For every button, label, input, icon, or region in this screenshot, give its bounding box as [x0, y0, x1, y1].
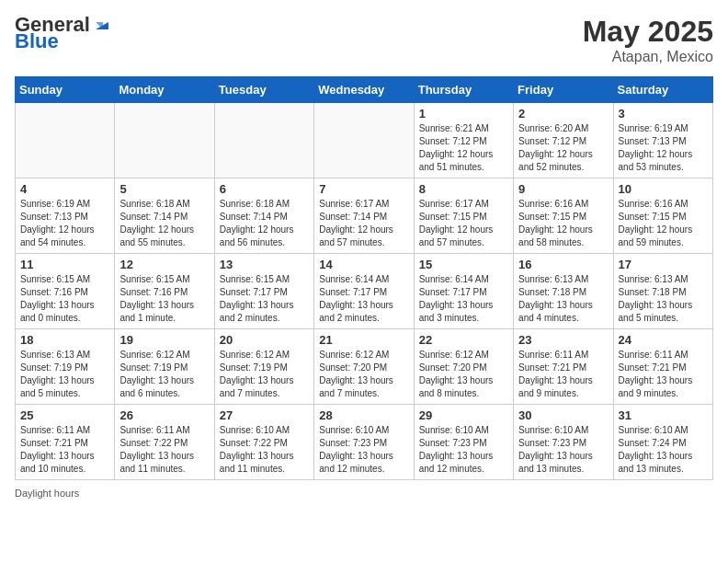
day-number: 26 — [119, 408, 209, 422]
calendar-cell: 28Sunrise: 6:10 AM Sunset: 7:23 PM Dayli… — [314, 405, 414, 480]
calendar-week-row: 1Sunrise: 6:21 AM Sunset: 7:12 PM Daylig… — [16, 103, 713, 178]
day-info: Sunrise: 6:18 AM Sunset: 7:14 PM Dayligh… — [220, 198, 309, 249]
calendar-day-header: Saturday — [613, 77, 712, 103]
calendar-cell: 5Sunrise: 6:18 AM Sunset: 7:14 PM Daylig… — [115, 178, 214, 254]
day-info: Sunrise: 6:11 AM Sunset: 7:21 PM Dayligh… — [20, 424, 109, 476]
day-number: 7 — [319, 182, 408, 196]
calendar-cell: 10Sunrise: 6:16 AM Sunset: 7:15 PM Dayli… — [613, 178, 712, 254]
calendar-cell: 23Sunrise: 6:11 AM Sunset: 7:21 PM Dayli… — [514, 329, 613, 405]
calendar-day-header: Tuesday — [214, 77, 313, 103]
calendar-cell: 27Sunrise: 6:10 AM Sunset: 7:22 PM Dayli… — [214, 405, 313, 480]
day-number: 4 — [20, 182, 109, 196]
logo: General Blue — [15, 15, 112, 52]
calendar-cell: 4Sunrise: 6:19 AM Sunset: 7:13 PM Daylig… — [16, 178, 115, 254]
day-info: Sunrise: 6:17 AM Sunset: 7:14 PM Dayligh… — [319, 198, 408, 249]
day-info: Sunrise: 6:11 AM Sunset: 7:21 PM Dayligh… — [619, 349, 708, 400]
location-subtitle: Atapan, Mexico — [583, 49, 713, 65]
calendar-cell: 1Sunrise: 6:21 AM Sunset: 7:12 PM Daylig… — [414, 103, 513, 178]
calendar-cell: 22Sunrise: 6:12 AM Sunset: 7:20 PM Dayli… — [414, 329, 513, 405]
calendar-cell: 13Sunrise: 6:15 AM Sunset: 7:17 PM Dayli… — [214, 254, 313, 329]
month-year-title: May 2025 — [583, 15, 713, 49]
day-number: 18 — [20, 333, 109, 347]
calendar-week-row: 25Sunrise: 6:11 AM Sunset: 7:21 PM Dayli… — [16, 405, 713, 480]
day-info: Sunrise: 6:14 AM Sunset: 7:17 PM Dayligh… — [419, 273, 508, 325]
day-info: Sunrise: 6:13 AM Sunset: 7:19 PM Dayligh… — [20, 349, 109, 400]
day-number: 29 — [419, 408, 508, 422]
day-info: Sunrise: 6:16 AM Sunset: 7:15 PM Dayligh… — [518, 198, 608, 249]
calendar-cell: 11Sunrise: 6:15 AM Sunset: 7:16 PM Dayli… — [16, 254, 115, 329]
day-number: 6 — [220, 182, 309, 196]
calendar-cell: 18Sunrise: 6:13 AM Sunset: 7:19 PM Dayli… — [16, 329, 115, 405]
calendar-cell: 29Sunrise: 6:10 AM Sunset: 7:23 PM Dayli… — [414, 405, 513, 480]
calendar-day-header: Friday — [514, 77, 613, 103]
calendar-cell: 30Sunrise: 6:10 AM Sunset: 7:23 PM Dayli… — [514, 405, 613, 480]
day-info: Sunrise: 6:13 AM Sunset: 7:18 PM Dayligh… — [518, 273, 608, 325]
calendar-week-row: 4Sunrise: 6:19 AM Sunset: 7:13 PM Daylig… — [16, 178, 713, 254]
day-number: 23 — [518, 333, 608, 347]
calendar-cell: 20Sunrise: 6:12 AM Sunset: 7:19 PM Dayli… — [214, 329, 313, 405]
calendar-footer: Daylight hours — [15, 488, 713, 499]
calendar-cell: 25Sunrise: 6:11 AM Sunset: 7:21 PM Dayli… — [16, 405, 115, 480]
day-info: Sunrise: 6:17 AM Sunset: 7:15 PM Dayligh… — [419, 198, 508, 249]
day-info: Sunrise: 6:10 AM Sunset: 7:23 PM Dayligh… — [518, 424, 608, 476]
day-number: 11 — [20, 258, 109, 271]
calendar-cell — [115, 103, 214, 178]
logo-blue: Blue — [15, 31, 59, 52]
day-info: Sunrise: 6:18 AM Sunset: 7:14 PM Dayligh… — [119, 198, 209, 249]
daylight-hours-label: Daylight hours — [15, 488, 79, 499]
day-number: 9 — [518, 182, 608, 196]
day-number: 2 — [518, 107, 608, 121]
day-info: Sunrise: 6:10 AM Sunset: 7:23 PM Dayligh… — [419, 424, 508, 476]
day-number: 24 — [619, 333, 708, 347]
calendar-cell: 8Sunrise: 6:17 AM Sunset: 7:15 PM Daylig… — [414, 178, 513, 254]
day-number: 16 — [518, 258, 608, 271]
day-number: 25 — [20, 408, 109, 422]
calendar-cell: 17Sunrise: 6:13 AM Sunset: 7:18 PM Dayli… — [613, 254, 712, 329]
day-info: Sunrise: 6:15 AM Sunset: 7:16 PM Dayligh… — [20, 273, 109, 325]
logo-icon — [92, 13, 112, 33]
day-number: 1 — [419, 107, 508, 121]
day-number: 15 — [419, 258, 508, 271]
day-info: Sunrise: 6:13 AM Sunset: 7:18 PM Dayligh… — [619, 273, 708, 325]
day-info: Sunrise: 6:10 AM Sunset: 7:22 PM Dayligh… — [220, 424, 309, 476]
calendar-cell: 24Sunrise: 6:11 AM Sunset: 7:21 PM Dayli… — [613, 329, 712, 405]
day-number: 30 — [518, 408, 608, 422]
day-number: 20 — [220, 333, 309, 347]
calendar-cell: 16Sunrise: 6:13 AM Sunset: 7:18 PM Dayli… — [514, 254, 613, 329]
day-info: Sunrise: 6:12 AM Sunset: 7:20 PM Dayligh… — [319, 349, 408, 400]
calendar-cell — [214, 103, 313, 178]
calendar-cell: 12Sunrise: 6:15 AM Sunset: 7:16 PM Dayli… — [115, 254, 214, 329]
calendar-day-header: Thursday — [414, 77, 513, 103]
calendar-cell: 14Sunrise: 6:14 AM Sunset: 7:17 PM Dayli… — [314, 254, 414, 329]
day-number: 21 — [319, 333, 408, 347]
day-info: Sunrise: 6:19 AM Sunset: 7:13 PM Dayligh… — [619, 122, 708, 174]
day-info: Sunrise: 6:11 AM Sunset: 7:22 PM Dayligh… — [119, 424, 209, 476]
day-number: 10 — [619, 182, 708, 196]
day-number: 19 — [119, 333, 209, 347]
page-header: General Blue May 2025 Atapan, Mexico — [15, 15, 713, 65]
calendar-cell: 2Sunrise: 6:20 AM Sunset: 7:12 PM Daylig… — [514, 103, 613, 178]
calendar-cell — [16, 103, 115, 178]
calendar-day-header: Sunday — [16, 77, 115, 103]
day-info: Sunrise: 6:14 AM Sunset: 7:17 PM Dayligh… — [319, 273, 408, 325]
title-block: May 2025 Atapan, Mexico — [583, 15, 713, 65]
day-info: Sunrise: 6:15 AM Sunset: 7:16 PM Dayligh… — [119, 273, 209, 325]
day-info: Sunrise: 6:21 AM Sunset: 7:12 PM Dayligh… — [419, 122, 508, 174]
day-info: Sunrise: 6:12 AM Sunset: 7:19 PM Dayligh… — [220, 349, 309, 400]
calendar-week-row: 11Sunrise: 6:15 AM Sunset: 7:16 PM Dayli… — [16, 254, 713, 329]
day-number: 14 — [319, 258, 408, 271]
calendar-cell: 6Sunrise: 6:18 AM Sunset: 7:14 PM Daylig… — [214, 178, 313, 254]
calendar-day-header: Monday — [115, 77, 214, 103]
day-number: 3 — [619, 107, 708, 121]
calendar-cell: 3Sunrise: 6:19 AM Sunset: 7:13 PM Daylig… — [613, 103, 712, 178]
day-number: 5 — [119, 182, 209, 196]
calendar-cell: 26Sunrise: 6:11 AM Sunset: 7:22 PM Dayli… — [115, 405, 214, 480]
day-info: Sunrise: 6:19 AM Sunset: 7:13 PM Dayligh… — [20, 198, 109, 249]
day-number: 31 — [619, 408, 708, 422]
day-info: Sunrise: 6:12 AM Sunset: 7:20 PM Dayligh… — [419, 349, 508, 400]
calendar-header-row: SundayMondayTuesdayWednesdayThursdayFrid… — [16, 77, 713, 103]
day-info: Sunrise: 6:20 AM Sunset: 7:12 PM Dayligh… — [518, 122, 608, 174]
calendar-cell: 19Sunrise: 6:12 AM Sunset: 7:19 PM Dayli… — [115, 329, 214, 405]
calendar-cell: 15Sunrise: 6:14 AM Sunset: 7:17 PM Dayli… — [414, 254, 513, 329]
day-number: 22 — [419, 333, 508, 347]
